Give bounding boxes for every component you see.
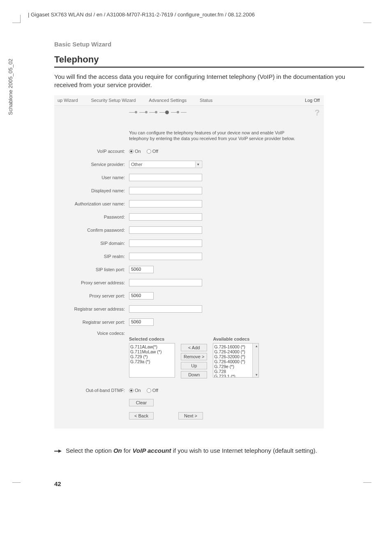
back-button[interactable]: < Back xyxy=(129,412,154,419)
list-item[interactable]: G.728 xyxy=(214,369,258,374)
label-voip-account: VoIP account: xyxy=(57,149,129,154)
label-proxy-addr: Proxy server address: xyxy=(57,280,129,285)
registrar-addr-input[interactable] xyxy=(129,305,202,313)
logoff-link[interactable]: Log Off xyxy=(305,98,322,103)
label-sip-realm: SIP realm: xyxy=(57,254,129,259)
instruction-bullet: Select the option On for VoIP account if… xyxy=(54,447,364,456)
instruction-text: Select the option On for VoIP account if… xyxy=(66,447,317,456)
list-item[interactable]: G.729 (*) xyxy=(130,354,174,359)
intro-text: You will find the access data you requir… xyxy=(54,73,364,90)
label-voice-codecs: Voice codecs: xyxy=(57,331,129,336)
auth-user-input[interactable] xyxy=(129,200,202,207)
available-codecs-list[interactable]: ▴ ▾ G.726-16000 (*) G.726-24000 (*) G.72… xyxy=(213,343,259,378)
label-displayed-name: Displayed name: xyxy=(57,188,129,193)
list-item[interactable]: G.726-24000 (*) xyxy=(214,349,258,354)
proxy-port-input[interactable]: 5060 xyxy=(129,292,154,300)
dtmf-off-radio[interactable]: Off xyxy=(147,388,158,393)
tab-security-wizard[interactable]: Security Setup Wizard xyxy=(90,98,148,103)
clear-button[interactable]: Clear xyxy=(129,399,154,406)
wizard-steps xyxy=(129,109,318,115)
label-registrar-addr: Registrar server address: xyxy=(57,307,129,311)
selected-codecs-list[interactable]: G.711ALaw(*) G.711MuLaw (*) G.729 (*) G.… xyxy=(129,343,175,378)
proxy-addr-input[interactable] xyxy=(129,279,202,286)
label-oob-dtmf: Out-of-band DTMF: xyxy=(57,388,129,393)
list-item[interactable]: G.726-16000 (*) xyxy=(214,344,258,349)
sip-domain-input[interactable] xyxy=(129,240,202,247)
list-item[interactable]: G.726-40000 (*) xyxy=(214,359,258,364)
document-path: | Gigaset SX763 WLAN dsl / en / A31008-M… xyxy=(28,12,367,19)
sip-listen-port-input[interactable]: 5060 xyxy=(129,266,154,273)
selected-codecs-title: Selected codecs xyxy=(129,336,175,341)
crop-mark xyxy=(363,15,371,23)
sip-realm-input[interactable] xyxy=(129,253,202,260)
router-tabs: up Wizard Security Setup Wizard Advanced… xyxy=(54,95,324,105)
add-button[interactable]: < Add xyxy=(181,344,207,351)
chevron-down-icon: ▾ xyxy=(195,161,201,167)
section-title: Telephony xyxy=(54,54,364,65)
label-service-provider: Service provider: xyxy=(57,162,129,167)
tab-setup-wizard[interactable]: up Wizard xyxy=(56,98,90,103)
scroll-down-icon[interactable]: ▾ xyxy=(256,373,258,377)
list-item[interactable]: G.711MuLaw (*) xyxy=(130,349,174,354)
service-provider-value: Other xyxy=(131,162,143,167)
scroll-up-icon[interactable]: ▴ xyxy=(256,344,258,348)
label-sip-domain: SIP domain: xyxy=(57,241,129,246)
remove-button[interactable]: Remove > xyxy=(181,353,207,360)
label-proxy-port: Proxy server port: xyxy=(57,293,129,298)
side-template-label: Schablone 2005_05_02 xyxy=(7,59,14,115)
confirm-password-input[interactable] xyxy=(129,226,202,234)
label-registrar-port: Registrar server port: xyxy=(57,320,129,325)
registrar-port-input[interactable]: 5060 xyxy=(129,318,154,326)
crop-mark xyxy=(363,482,371,491)
password-input[interactable] xyxy=(129,213,202,221)
list-item[interactable]: G.729a (*) xyxy=(130,359,174,364)
tab-advanced[interactable]: Advanced Settings xyxy=(147,98,198,103)
dtmf-on-radio[interactable]: On xyxy=(129,388,141,393)
voip-off-radio[interactable]: Off xyxy=(147,149,158,154)
crop-mark xyxy=(12,15,21,23)
label-username: User name: xyxy=(57,175,129,180)
crop-mark xyxy=(12,482,21,491)
voip-on-radio[interactable]: On xyxy=(129,149,141,154)
list-item[interactable]: G.723.1 (*) xyxy=(214,374,258,378)
label-auth-user: Authorization user name: xyxy=(57,201,129,206)
label-password: Password: xyxy=(57,214,129,219)
list-item[interactable]: G.711ALaw(*) xyxy=(130,344,174,349)
label-sip-listen-port: SIP listen port: xyxy=(57,267,129,272)
username-input[interactable] xyxy=(129,174,202,181)
page-number: 42 xyxy=(54,480,364,487)
arrow-right-icon xyxy=(54,447,62,456)
list-item[interactable]: G.729e (*) xyxy=(214,364,258,369)
displayed-name-input[interactable] xyxy=(129,187,202,194)
config-description: You can configure the telephony features… xyxy=(129,130,302,142)
next-button[interactable]: Next > xyxy=(178,412,203,419)
down-button[interactable]: Down xyxy=(181,371,207,378)
label-confirm-password: Confirm password: xyxy=(57,228,129,233)
service-provider-select[interactable]: Other ▾ xyxy=(129,161,202,168)
wizard-label: Basic Setup Wizard xyxy=(54,41,364,48)
available-codecs-title: Available codecs xyxy=(213,336,259,341)
section-rule xyxy=(54,67,364,68)
list-item[interactable]: G.726-32000 (*) xyxy=(214,354,258,359)
tab-status[interactable]: Status xyxy=(198,98,224,103)
help-icon[interactable]: ? xyxy=(315,108,320,118)
up-button[interactable]: Up xyxy=(181,362,207,369)
router-ui: up Wizard Security Setup Wizard Advanced… xyxy=(54,95,324,429)
